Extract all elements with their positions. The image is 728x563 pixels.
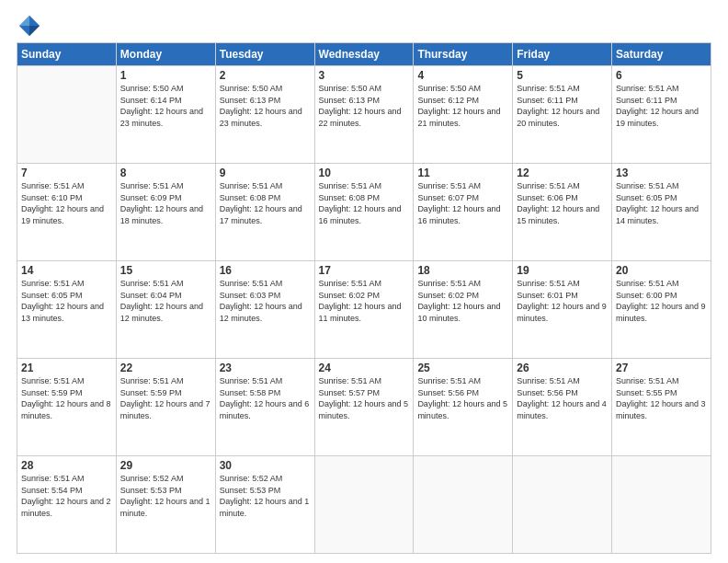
day-number: 26: [517, 362, 608, 374]
day-cell: 16Sunrise: 5:51 AMSunset: 6:03 PMDayligh…: [215, 261, 314, 359]
day-info: Sunrise: 5:51 AMSunset: 6:05 PMDaylight:…: [616, 180, 707, 226]
day-info: Sunrise: 5:50 AMSunset: 6:13 PMDaylight:…: [319, 83, 410, 129]
day-number: 15: [120, 264, 211, 277]
day-info: Sunrise: 5:50 AMSunset: 6:12 PMDaylight:…: [417, 83, 508, 129]
day-info: Sunrise: 5:51 AMSunset: 6:02 PMDaylight:…: [319, 278, 410, 324]
day-info: Sunrise: 5:51 AMSunset: 6:00 PMDaylight:…: [616, 278, 707, 324]
day-cell: 23Sunrise: 5:51 AMSunset: 5:58 PMDayligh…: [215, 359, 314, 456]
day-number: 6: [616, 69, 707, 82]
day-number: 8: [120, 167, 211, 179]
day-info: Sunrise: 5:51 AMSunset: 6:09 PMDaylight:…: [120, 180, 211, 226]
day-cell: 20Sunrise: 5:51 AMSunset: 6:00 PMDayligh…: [612, 261, 711, 359]
svg-marker-1: [19, 16, 29, 26]
day-info: Sunrise: 5:50 AMSunset: 6:13 PMDaylight:…: [220, 83, 311, 129]
day-number: 9: [220, 167, 311, 179]
day-cell: 17Sunrise: 5:51 AMSunset: 6:02 PMDayligh…: [314, 261, 414, 359]
day-info: Sunrise: 5:51 AMSunset: 6:11 PMDaylight:…: [517, 83, 608, 129]
logo-icon: [17, 13, 42, 39]
day-number: 7: [21, 167, 112, 179]
day-info: Sunrise: 5:51 AMSunset: 5:56 PMDaylight:…: [517, 375, 608, 421]
week-row-3: 21Sunrise: 5:51 AMSunset: 5:59 PMDayligh…: [17, 359, 711, 456]
day-cell: 4Sunrise: 5:50 AMSunset: 6:12 PMDaylight…: [414, 66, 513, 164]
day-number: 25: [417, 362, 508, 374]
day-number: 20: [616, 264, 707, 277]
day-info: Sunrise: 5:51 AMSunset: 5:55 PMDaylight:…: [616, 375, 707, 421]
day-number: 11: [417, 167, 508, 179]
day-number: 10: [319, 167, 410, 179]
header-monday: Monday: [116, 43, 215, 66]
header-saturday: Saturday: [612, 43, 711, 66]
day-cell: 28Sunrise: 5:51 AMSunset: 5:54 PMDayligh…: [17, 456, 117, 554]
day-info: Sunrise: 5:51 AMSunset: 5:59 PMDaylight:…: [120, 375, 211, 421]
day-number: 29: [120, 459, 211, 472]
calendar-header-row: SundayMondayTuesdayWednesdayThursdayFrid…: [17, 43, 711, 66]
day-cell: 27Sunrise: 5:51 AMSunset: 5:55 PMDayligh…: [612, 359, 711, 456]
day-number: 28: [21, 459, 112, 472]
day-number: 30: [220, 459, 311, 472]
svg-marker-2: [29, 26, 40, 36]
day-info: Sunrise: 5:51 AMSunset: 5:54 PMDaylight:…: [21, 473, 112, 519]
page: SundayMondayTuesdayWednesdayThursdayFrid…: [0, 0, 728, 563]
day-number: 1: [120, 69, 211, 82]
day-cell: 29Sunrise: 5:52 AMSunset: 5:53 PMDayligh…: [116, 456, 215, 554]
header-sunday: Sunday: [17, 43, 117, 66]
day-cell: [513, 456, 612, 554]
day-cell: 5Sunrise: 5:51 AMSunset: 6:11 PMDaylight…: [513, 66, 612, 164]
day-info: Sunrise: 5:51 AMSunset: 6:11 PMDaylight:…: [616, 83, 707, 129]
day-number: 27: [616, 362, 707, 374]
header-tuesday: Tuesday: [215, 43, 314, 66]
day-cell: 22Sunrise: 5:51 AMSunset: 5:59 PMDayligh…: [116, 359, 215, 456]
day-number: 13: [616, 167, 707, 179]
day-info: Sunrise: 5:51 AMSunset: 6:08 PMDaylight:…: [220, 180, 311, 226]
day-info: Sunrise: 5:51 AMSunset: 6:04 PMDaylight:…: [120, 278, 211, 324]
day-cell: [314, 456, 414, 554]
day-cell: 15Sunrise: 5:51 AMSunset: 6:04 PMDayligh…: [116, 261, 215, 359]
day-cell: 14Sunrise: 5:51 AMSunset: 6:05 PMDayligh…: [17, 261, 117, 359]
day-cell: 26Sunrise: 5:51 AMSunset: 5:56 PMDayligh…: [513, 359, 612, 456]
day-cell: 7Sunrise: 5:51 AMSunset: 6:10 PMDaylight…: [17, 164, 117, 261]
day-info: Sunrise: 5:52 AMSunset: 5:53 PMDaylight:…: [220, 473, 311, 519]
day-info: Sunrise: 5:51 AMSunset: 5:58 PMDaylight:…: [220, 375, 311, 421]
day-number: 14: [21, 264, 112, 277]
day-cell: 10Sunrise: 5:51 AMSunset: 6:08 PMDayligh…: [314, 164, 414, 261]
week-row-0: 1Sunrise: 5:50 AMSunset: 6:14 PMDaylight…: [17, 66, 711, 164]
day-info: Sunrise: 5:50 AMSunset: 6:14 PMDaylight:…: [120, 83, 211, 129]
header-friday: Friday: [513, 43, 612, 66]
day-number: 3: [319, 69, 410, 82]
day-cell: 11Sunrise: 5:51 AMSunset: 6:07 PMDayligh…: [414, 164, 513, 261]
day-number: 21: [21, 362, 112, 374]
day-cell: 13Sunrise: 5:51 AMSunset: 6:05 PMDayligh…: [612, 164, 711, 261]
day-cell: [17, 66, 117, 164]
day-info: Sunrise: 5:51 AMSunset: 6:06 PMDaylight:…: [517, 180, 608, 226]
day-cell: 12Sunrise: 5:51 AMSunset: 6:06 PMDayligh…: [513, 164, 612, 261]
day-cell: 18Sunrise: 5:51 AMSunset: 6:02 PMDayligh…: [414, 261, 513, 359]
day-cell: [414, 456, 513, 554]
day-number: 24: [319, 362, 410, 374]
day-info: Sunrise: 5:51 AMSunset: 6:07 PMDaylight:…: [417, 180, 508, 226]
header-thursday: Thursday: [414, 43, 513, 66]
day-number: 17: [319, 264, 410, 277]
header: [17, 9, 711, 39]
day-number: 22: [120, 362, 211, 374]
day-info: Sunrise: 5:51 AMSunset: 5:59 PMDaylight:…: [21, 375, 112, 421]
day-cell: 25Sunrise: 5:51 AMSunset: 5:56 PMDayligh…: [414, 359, 513, 456]
day-cell: 3Sunrise: 5:50 AMSunset: 6:13 PMDaylight…: [314, 66, 414, 164]
day-info: Sunrise: 5:51 AMSunset: 6:02 PMDaylight:…: [417, 278, 508, 324]
day-cell: 19Sunrise: 5:51 AMSunset: 6:01 PMDayligh…: [513, 261, 612, 359]
day-cell: 30Sunrise: 5:52 AMSunset: 5:53 PMDayligh…: [215, 456, 314, 554]
day-cell: 6Sunrise: 5:51 AMSunset: 6:11 PMDaylight…: [612, 66, 711, 164]
day-info: Sunrise: 5:52 AMSunset: 5:53 PMDaylight:…: [120, 473, 211, 519]
header-wednesday: Wednesday: [314, 43, 414, 66]
day-cell: [612, 456, 711, 554]
day-info: Sunrise: 5:51 AMSunset: 6:01 PMDaylight:…: [517, 278, 608, 324]
day-number: 4: [417, 69, 508, 82]
day-number: 2: [220, 69, 311, 82]
day-cell: 1Sunrise: 5:50 AMSunset: 6:14 PMDaylight…: [116, 66, 215, 164]
day-info: Sunrise: 5:51 AMSunset: 6:08 PMDaylight:…: [319, 180, 410, 226]
day-number: 18: [417, 264, 508, 277]
day-cell: 9Sunrise: 5:51 AMSunset: 6:08 PMDaylight…: [215, 164, 314, 261]
week-row-1: 7Sunrise: 5:51 AMSunset: 6:10 PMDaylight…: [17, 164, 711, 261]
day-info: Sunrise: 5:51 AMSunset: 6:03 PMDaylight:…: [220, 278, 311, 324]
day-number: 5: [517, 69, 608, 82]
day-cell: 21Sunrise: 5:51 AMSunset: 5:59 PMDayligh…: [17, 359, 117, 456]
